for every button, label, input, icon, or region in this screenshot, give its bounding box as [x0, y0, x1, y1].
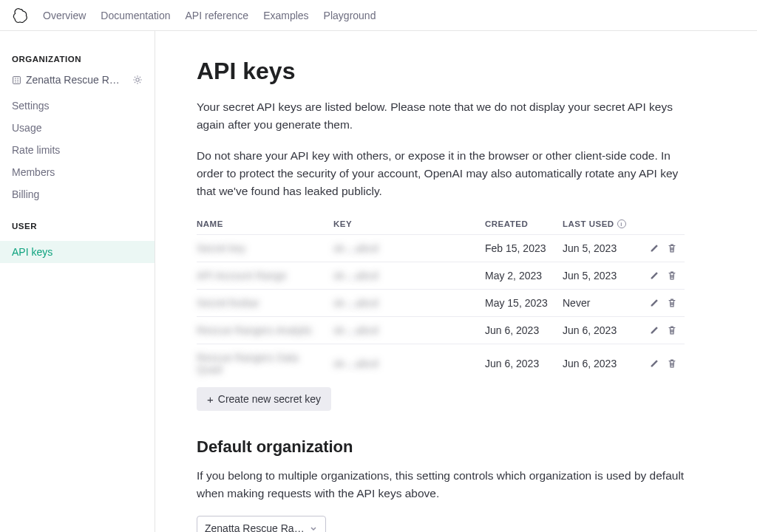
- edit-icon[interactable]: [649, 243, 659, 253]
- nav-documentation[interactable]: Documentation: [101, 10, 170, 21]
- sidebar-org-heading: ORGANIZATION: [0, 55, 155, 64]
- edit-icon[interactable]: [649, 298, 659, 308]
- table-row: API Account Rangesk-...abcdMay 2, 2023Ju…: [197, 262, 685, 290]
- key-name: Rescue Rangers Analytic: [197, 324, 312, 336]
- created-date: May 15, 2023: [485, 290, 563, 317]
- sidebar: ORGANIZATION Zenatta Rescue Ran... Setti…: [0, 31, 155, 532]
- main-layout: ORGANIZATION Zenatta Rescue Ran... Setti…: [0, 31, 757, 532]
- key-value: sk-...abcd: [333, 297, 378, 309]
- key-value: sk-...abcd: [333, 270, 378, 282]
- plus-icon: +: [207, 394, 214, 405]
- delete-icon[interactable]: [667, 243, 677, 253]
- table-row: Secret-foobarsk-...abcdMay 15, 2023Never: [197, 290, 685, 317]
- create-secret-key-button[interactable]: + Create new secret key: [197, 387, 331, 411]
- settings-gear-icon[interactable]: [132, 75, 143, 85]
- sidebar-user-heading: USER: [0, 222, 155, 231]
- last-used-date: Never: [563, 290, 648, 317]
- edit-icon[interactable]: [649, 325, 659, 335]
- delete-icon[interactable]: [667, 298, 677, 308]
- delete-icon[interactable]: [667, 270, 677, 281]
- th-name: NAME: [197, 214, 333, 235]
- openai-logo-icon: [12, 7, 28, 24]
- sidebar-item-usage[interactable]: Usage: [0, 117, 155, 139]
- key-name: Secret key: [197, 242, 245, 254]
- nav-examples[interactable]: Examples: [263, 10, 308, 21]
- last-used-date: Jun 5, 2023: [563, 262, 648, 290]
- delete-icon[interactable]: [667, 358, 677, 369]
- table-row: Rescue Rangers Analyticsk-...abcdJun 6, …: [197, 317, 685, 344]
- table-row: Rescue Rangers Data Quadsk-...abcdJun 6,…: [197, 344, 685, 383]
- select-value: Zenatta Rescue Rang...: [205, 522, 305, 532]
- created-date: Jun 6, 2023: [485, 344, 563, 383]
- key-name: Rescue Rangers Data Quad: [197, 352, 299, 375]
- svg-point-1: [136, 78, 139, 81]
- org-name: Zenatta Rescue Ran...: [26, 74, 123, 86]
- key-value: sk-...abcd: [333, 324, 378, 336]
- delete-icon[interactable]: [667, 325, 677, 335]
- nav-overview[interactable]: Overview: [43, 10, 86, 21]
- created-date: May 2, 2023: [485, 262, 563, 290]
- svg-rect-0: [13, 76, 21, 83]
- key-name: API Account Range: [197, 270, 286, 282]
- last-used-date: Jun 6, 2023: [563, 344, 648, 383]
- default-org-select[interactable]: Zenatta Rescue Rang...: [197, 516, 326, 532]
- key-value: sk-...abcd: [333, 242, 378, 254]
- last-used-date: Jun 5, 2023: [563, 235, 648, 262]
- sidebar-item-members[interactable]: Members: [0, 161, 155, 183]
- table-row: Secret keysk-...abcdFeb 15, 2023Jun 5, 2…: [197, 235, 685, 262]
- main-content: API keys Your secret API keys are listed…: [155, 31, 757, 532]
- create-button-label: Create new secret key: [218, 393, 321, 405]
- nav-playground[interactable]: Playground: [324, 10, 376, 21]
- default-org-heading: Default organization: [197, 437, 716, 457]
- th-key: KEY: [333, 214, 485, 235]
- edit-icon[interactable]: [649, 270, 659, 281]
- key-name: Secret-foobar: [197, 297, 259, 309]
- org-selector[interactable]: Zenatta Rescue Ran...: [0, 74, 155, 95]
- sidebar-item-rate-limits[interactable]: Rate limits: [0, 139, 155, 161]
- th-created: CREATED: [485, 214, 563, 235]
- sidebar-item-billing[interactable]: Billing: [0, 183, 155, 205]
- page-title: API keys: [197, 58, 716, 85]
- th-last-used: LAST USED i: [563, 214, 648, 235]
- api-keys-table: NAME KEY CREATED LAST USED i Secret keys…: [197, 214, 685, 383]
- intro-paragraph-1: Your secret API keys are listed below. P…: [197, 98, 685, 134]
- nav-api-reference[interactable]: API reference: [186, 10, 249, 21]
- sidebar-item-settings[interactable]: Settings: [0, 95, 155, 117]
- chevron-down-icon: [309, 524, 318, 532]
- default-org-desc: If you belong to multiple organizations,…: [197, 467, 685, 502]
- created-date: Jun 6, 2023: [485, 317, 563, 344]
- created-date: Feb 15, 2023: [485, 235, 563, 262]
- intro-paragraph-2: Do not share your API key with others, o…: [197, 147, 685, 200]
- sidebar-item-api-keys[interactable]: API keys: [0, 241, 155, 263]
- key-value: sk-...abcd: [333, 358, 378, 369]
- last-used-date: Jun 6, 2023: [563, 317, 648, 344]
- top-nav: Overview Documentation API reference Exa…: [0, 0, 757, 31]
- info-icon[interactable]: i: [617, 219, 626, 228]
- building-icon: [12, 75, 21, 85]
- edit-icon[interactable]: [649, 358, 659, 369]
